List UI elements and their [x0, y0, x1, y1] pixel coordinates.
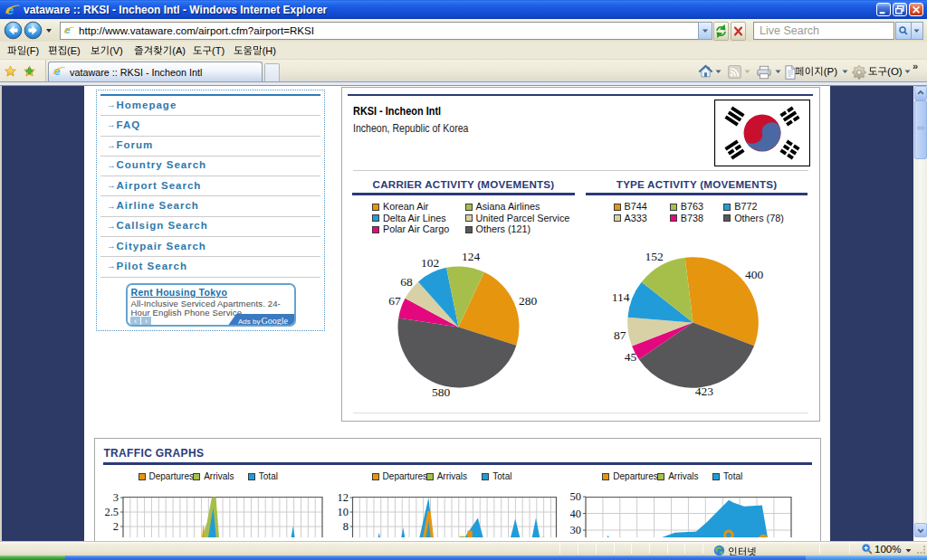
svg-text:3: 3: [113, 491, 119, 504]
svg-text:10: 10: [338, 506, 349, 518]
svg-text:12: 12: [338, 491, 349, 504]
svg-text:40: 40: [570, 508, 582, 520]
svg-text:1.5: 1.5: [104, 535, 119, 537]
svg-text:2: 2: [113, 520, 119, 533]
svg-text:2.5: 2.5: [104, 506, 119, 518]
svg-text:6: 6: [343, 535, 349, 537]
svg-text:50: 50: [570, 490, 582, 503]
svg-text:8: 8: [343, 520, 349, 533]
svg-text:30: 30: [570, 524, 582, 536]
